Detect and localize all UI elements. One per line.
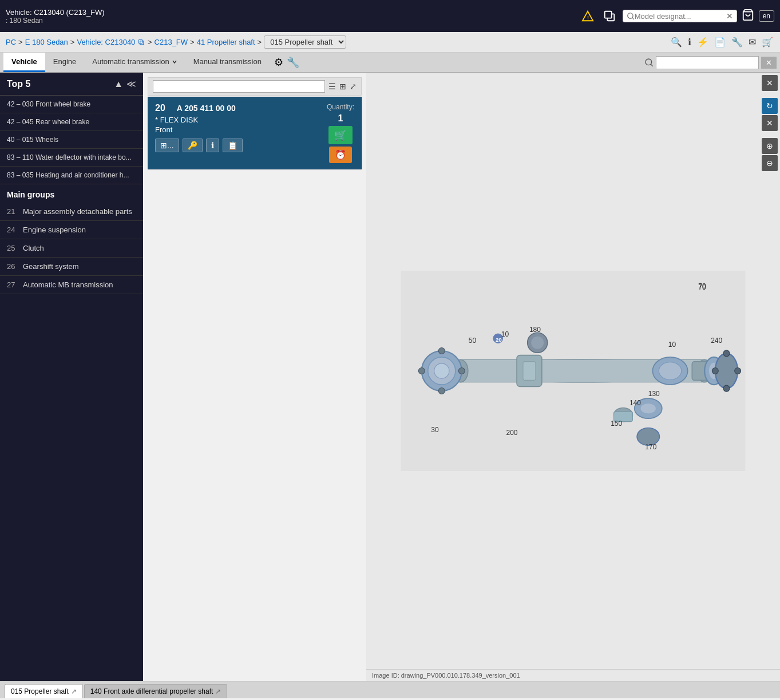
breadcrumb-vehicle[interactable]: Vehicle: C213040 (77, 38, 145, 47)
parts-list-view-btn[interactable]: ☰ (328, 82, 336, 91)
svg-text:240: 240 (711, 337, 722, 345)
add-to-cart-btn[interactable]: 🛒 (328, 126, 353, 144)
nav-tabs: Vehicle Engine Automatic transmission Ma… (0, 53, 780, 73)
parts-note-icon[interactable]: 📋 (223, 139, 243, 152)
breadcrumb-e180[interactable]: E 180 Sedan (25, 38, 68, 46)
top5-list: 42 – 030 Front wheel brake 42 – 045 Rear… (0, 96, 143, 184)
search-icon (627, 12, 635, 20)
main-group-25[interactable]: 25 Clutch (0, 239, 143, 258)
tab-automatic-transmission[interactable]: Automatic transmission (84, 53, 185, 72)
parts-pin-icon[interactable]: 🔑 (183, 139, 203, 152)
main-group-21[interactable]: 21 Major assembly detachable parts (0, 203, 143, 221)
svg-text:70: 70 (698, 283, 706, 291)
bottom-tab-propshaft-icon[interactable]: ↗ (71, 687, 77, 695)
top5-item-2[interactable]: 42 – 045 Rear wheel brake (0, 113, 143, 131)
nav-search-clear[interactable]: ✕ (761, 57, 777, 69)
bottom-tab-differential-icon[interactable]: ↗ (215, 687, 221, 695)
wrench-icon[interactable]: 🔧 (730, 35, 744, 49)
breadcrumb-propshaft-dropdown[interactable]: 015 Propeller shaft (264, 35, 346, 49)
svg-text:170: 170 (645, 443, 656, 451)
top5-collapse-btn[interactable]: ▲ (114, 78, 123, 89)
parts-info-icon[interactable]: ℹ (206, 139, 219, 152)
search-box-top: ✕ (623, 10, 737, 22)
parts-item-20[interactable]: 20 A 205 411 00 00 * FLEX DISK Front ⊞..… (148, 97, 362, 169)
main-group-24[interactable]: 24 Engine suspension (0, 221, 143, 239)
document-icon[interactable]: 📄 (713, 35, 727, 49)
svg-text:10: 10 (668, 341, 676, 349)
svg-point-36 (641, 404, 656, 414)
copy-small-icon (137, 38, 145, 46)
parts-filter-input[interactable] (153, 80, 325, 93)
info-icon[interactable]: ℹ (687, 35, 692, 49)
tab-manual-transmission[interactable]: Manual transmission (185, 53, 270, 72)
svg-line-9 (651, 64, 653, 66)
model-label: : 180 Sedan (6, 17, 105, 25)
parts-item-desc: * FLEX DISK (155, 116, 243, 124)
svg-line-4 (632, 18, 633, 19)
parts-item-info: 20 A 205 411 00 00 * FLEX DISK Front ⊞..… (155, 103, 243, 152)
main-group-26[interactable]: 26 Gearshift system (0, 258, 143, 276)
copy-icon-btn[interactable] (601, 7, 618, 25)
schedule-btn[interactable]: ⏰ (329, 147, 352, 163)
center-panel: ☰ ⊞ ⤢ 20 A 205 411 00 00 * FLEX DISK Fro… (143, 73, 366, 681)
cart2-icon[interactable]: 🛒 (761, 35, 774, 49)
mail-icon[interactable]: ✉ (747, 35, 757, 49)
lang-btn[interactable]: en (759, 10, 774, 22)
diagram-tools: ✕ ↻ ✕ ⊕ ⊖ (759, 73, 780, 173)
diagram-x-btn[interactable]: ✕ (762, 115, 778, 131)
bottom-tabs: 015 Propeller shaft ↗ 140 Front axle dif… (0, 682, 780, 698)
nav-extra-icon1[interactable]: ⚙ (274, 56, 283, 69)
rotate-btn[interactable]: ↻ (762, 98, 778, 114)
zoom-out-diagram-btn[interactable]: ⊖ (762, 155, 778, 171)
parts-table-icon[interactable]: ⊞... (155, 139, 179, 152)
svg-rect-2 (604, 11, 611, 18)
svg-point-19 (438, 348, 445, 354)
top5-item-1[interactable]: 42 – 030 Front wheel brake (0, 96, 143, 113)
top5-close-btn[interactable]: ≪ (126, 78, 136, 89)
bottom-tab-propshaft[interactable]: 015 Propeller shaft ↗ (5, 684, 83, 698)
nav-search-input[interactable] (656, 56, 759, 69)
svg-rect-24 (523, 362, 536, 381)
model-search-input[interactable] (635, 12, 726, 21)
top5-header: Top 5 ▲ ≪ (0, 73, 143, 96)
parts-expand-btn[interactable]: ⤢ (350, 82, 357, 91)
parts-quantity: Quantity: 1 🛒 ⏰ (327, 103, 354, 163)
diagram-image-id: Image ID: drawing_PV000.010.178.349_vers… (366, 669, 780, 681)
tab-engine[interactable]: Engine (45, 53, 84, 72)
zoom-in-icon[interactable]: 🔍 (670, 35, 683, 49)
top-bar: Vehicle: C213040 (C213_FW) : 180 Sedan !… (0, 0, 780, 32)
breadcrumb-propshaft41[interactable]: 41 Propeller shaft (197, 38, 255, 46)
parts-grid-view-btn[interactable]: ⊞ (339, 82, 346, 91)
bottom-tab-differential[interactable]: 140 Front axle differential propeller sh… (84, 684, 228, 698)
breadcrumb-c213fw[interactable]: C213_FW (155, 38, 188, 46)
svg-point-33 (723, 385, 730, 391)
svg-point-41 (531, 337, 544, 349)
tab-vehicle[interactable]: Vehicle (3, 53, 45, 72)
svg-text:30: 30 (431, 426, 439, 434)
zoom-in-diagram-btn[interactable]: ⊕ (762, 138, 778, 154)
top5-item-3[interactable]: 40 – 015 Wheels (0, 131, 143, 149)
cart-btn[interactable] (742, 9, 754, 24)
nav-extra-icon2[interactable]: 🔧 (287, 56, 299, 69)
svg-point-34 (712, 368, 718, 374)
search-clear-btn[interactable]: ✕ (726, 11, 733, 21)
diagram-area: ✕ ↻ ✕ ⊕ ⊖ 70 (366, 73, 780, 681)
breadcrumb-bar: PC > E 180 Sedan > Vehicle: C213040 > C2… (0, 32, 780, 53)
svg-rect-7 (138, 40, 142, 43)
svg-text:200: 200 (506, 429, 517, 437)
svg-text:140: 140 (629, 399, 641, 407)
propeller-shaft-diagram: 70 (378, 271, 769, 471)
top5-item-4[interactable]: 83 – 110 Water deflector with intake bo.… (0, 149, 143, 167)
nav-search-area: ✕ (644, 56, 777, 69)
filter-icon[interactable]: ⚡ (696, 35, 710, 49)
sidebar-scroll: Main groups 21 Major assembly detachable… (0, 184, 143, 681)
main-group-27[interactable]: 27 Automatic MB transmission (0, 276, 143, 294)
svg-text:150: 150 (611, 420, 622, 428)
top-bar-info: Vehicle: C213040 (C213_FW) : 180 Sedan (6, 8, 105, 25)
close-diagram-btn[interactable]: ✕ (762, 75, 778, 91)
top5-item-5[interactable]: 83 – 035 Heating and air conditioner h..… (0, 167, 143, 184)
warning-icon-btn[interactable]: ! (579, 7, 596, 25)
svg-text:!: ! (587, 15, 589, 21)
breadcrumb-pc[interactable]: PC (6, 38, 16, 46)
bottom-tab-propshaft-label: 015 Propeller shaft (11, 687, 69, 695)
